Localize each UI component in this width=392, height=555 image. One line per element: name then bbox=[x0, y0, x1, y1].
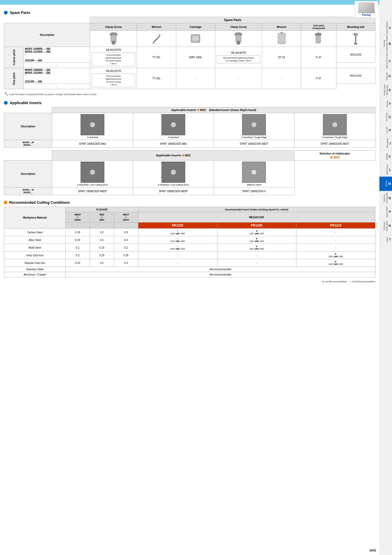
sidebar-nav: Insert Grades A TurningIndexable Inserts… bbox=[379, 21, 392, 555]
msrs-label-1: MSRS…MMSRS… bbox=[4, 140, 52, 148]
sidebar-label-l: Solid Tools bbox=[386, 165, 389, 175]
desc-label-2: Description bbox=[4, 161, 52, 187]
coarse-wrench: TT-25L bbox=[137, 47, 176, 68]
col-clamp-screw2: Clamp Screw bbox=[215, 23, 262, 31]
nodular-nb2p: 0.15 bbox=[66, 259, 90, 267]
fine-mounting-bolt2: - bbox=[24, 84, 90, 89]
sidebar-letter-k: K bbox=[389, 155, 391, 158]
grades-label: Recommended Insert Grades (Cutting Speed… bbox=[138, 207, 375, 212]
sidebar-label-c: CBN & PCD Tool bbox=[386, 53, 388, 69]
insert-2notched: 2-Notched bbox=[52, 113, 133, 140]
row-alloy-steel: Alloy Steel 0.15 0.2 0.3 ☆120~180~250 ★1… bbox=[4, 236, 375, 244]
svg-rect-20 bbox=[354, 33, 358, 35]
chipbreaker-cell: Selection of chipbreaker ⊕ M43 bbox=[295, 151, 375, 161]
sidebar-item-n[interactable]: Tools forTurning Mill N bbox=[379, 191, 392, 206]
sidebar-item-t[interactable]: Index T bbox=[379, 233, 392, 247]
fine-clamp-screw: SB-60120TR Recommendedtightening torquef… bbox=[90, 68, 137, 89]
spare-parts-title: Spare Parts bbox=[10, 11, 30, 15]
svg-marker-6 bbox=[152, 42, 154, 44]
alloy-pr1225: ☆120~180~250 bbox=[138, 236, 217, 244]
material-nodular-cast-iron: Nodular Cast Iron bbox=[4, 259, 66, 267]
sidebar-item-p[interactable]: Spare Parts P bbox=[379, 206, 392, 219]
insert-4notched-label: 4-Notched / Low cutting force bbox=[54, 184, 131, 186]
col-cartridge: Cartridge bbox=[176, 23, 215, 31]
sidebar-item-c[interactable]: CBN & PCD Tool C bbox=[379, 52, 392, 70]
insert-2notched-tough: 2-Notched / Tough Edge bbox=[214, 113, 295, 140]
svg-point-22 bbox=[354, 43, 357, 45]
col-anti-seize: Anti-seizeCompound bbox=[301, 23, 336, 31]
sidebar-letter-d: D bbox=[389, 74, 391, 78]
applicable-inserts-header: Applicable Inserts ⊕ M23 (Handed Insert … bbox=[52, 107, 375, 113]
carbon-pr1225: ☆120~180~250 bbox=[138, 229, 217, 236]
gray-pr1225: - bbox=[138, 252, 217, 259]
coarse-anti-seize: P-37 bbox=[301, 47, 336, 68]
coarse-pitch-label: Coarse pitch bbox=[4, 47, 24, 68]
coarse-model-1: MSRS 15080R-○○(M)MSRS 15100R-○○(M)↑15315… bbox=[24, 47, 90, 63]
sidebar-item-k[interactable]: Drilling K bbox=[379, 150, 392, 163]
svg-rect-18 bbox=[315, 33, 321, 35]
insert-3notched-tough: 3-Notched / Tough Edge bbox=[295, 113, 375, 140]
coarse-clamp-screw: SB-60120TR Recommendedtightening torquef… bbox=[90, 47, 137, 68]
sidebar-letter-j: J bbox=[389, 142, 391, 145]
coarse-mounting-bolt1: HH12X35 bbox=[336, 47, 375, 63]
part-without-notch: SPMT 1806EDER-V bbox=[214, 187, 295, 195]
sidebar-item-r[interactable]: TechnicalInformation R bbox=[379, 219, 392, 233]
sidebar-item-l[interactable]: Solid Tools L bbox=[379, 163, 392, 177]
row-gray-cast-iron: Gray Cast Iron 0.2 0.25 0.35 - - ★120~18… bbox=[4, 252, 375, 259]
sidebar-item-m[interactable]: Milling M bbox=[379, 177, 392, 191]
col-mounting-bolt: Mounting bolt bbox=[336, 23, 375, 31]
svg-marker-16 bbox=[280, 32, 284, 33]
sidebar-label-g: Grooving bbox=[385, 113, 388, 121]
sidebar-letter-r: R bbox=[389, 224, 391, 228]
fz-label: fz (mm/t) bbox=[66, 207, 138, 212]
mold-pr1225: ☆100~160~220 bbox=[138, 244, 217, 252]
spare-parts-table: Spare Parts Description Clamp Screw Wren… bbox=[4, 17, 375, 89]
alloy-pr1230: ★120~180~220 bbox=[217, 236, 296, 244]
sidebar-label-d: External bbox=[386, 73, 388, 80]
sidebar-item-h[interactable]: Cut-off H bbox=[379, 124, 392, 137]
icon-clamp-screw bbox=[90, 31, 137, 47]
fine-cartridge: - bbox=[176, 68, 215, 89]
sidebar-letter-b: B bbox=[389, 42, 391, 46]
sidebar-item-f[interactable]: Boring F bbox=[379, 98, 392, 111]
coarse-clamp-screw2: SB-40140TR Recommended tightening torque… bbox=[215, 47, 262, 68]
sidebar-item-b[interactable]: TurningIndexable Inserts B bbox=[379, 35, 392, 52]
fine-clamp-screw2: - bbox=[215, 68, 262, 89]
insert-5notched: 5-Notched / Low cutting force bbox=[133, 161, 214, 187]
sidebar-label-j: Threading bbox=[386, 139, 389, 148]
sidebar-item-a[interactable]: Insert Grades A bbox=[379, 21, 392, 35]
insert-without-notch: Without notch bbox=[214, 161, 295, 187]
svg-rect-3 bbox=[110, 33, 117, 35]
coarse-torque2: Recommended tightening torquefor Cartrid… bbox=[217, 55, 260, 63]
col-nb2: NB2+NB3 bbox=[90, 212, 114, 223]
col-nb2t: NB2T+NB3T bbox=[114, 212, 138, 223]
sidebar-label-p: Spare Parts bbox=[386, 206, 388, 218]
svg-line-4 bbox=[153, 36, 160, 42]
icon-anti-seize bbox=[301, 31, 336, 47]
material-stainless-steel: Stainless Steel bbox=[4, 267, 66, 272]
sidebar-item-g[interactable]: Grooving G bbox=[379, 111, 392, 124]
cutting-conditions-title: Recommended Cutting Conditions bbox=[9, 200, 70, 205]
fine-anti-seize: P-37 bbox=[301, 68, 336, 89]
mold-pr1230: ★100~160~200 bbox=[217, 244, 296, 252]
sidebar-letter-t: T bbox=[389, 238, 391, 242]
col-wrench2: Wrench bbox=[262, 23, 301, 31]
fine-pitch-label: Fine pitch bbox=[4, 68, 24, 89]
gray-pr1230: - bbox=[217, 252, 296, 259]
icon-clamp-screw2 bbox=[215, 31, 262, 47]
page-number: M45 bbox=[370, 548, 376, 552]
sidebar-label-b: TurningIndexable Inserts bbox=[383, 36, 388, 52]
sidebar-item-j[interactable]: Threading J bbox=[379, 137, 392, 150]
sidebar-label-r: TechnicalInformation bbox=[383, 221, 388, 231]
sidebar-item-e[interactable]: Small PartsMachining E bbox=[379, 83, 392, 98]
insert-without-notch-label: Without notch bbox=[215, 184, 293, 186]
svg-rect-1 bbox=[111, 34, 116, 42]
sidebar-item-d[interactable]: External D bbox=[379, 70, 392, 83]
facing-label: Facing bbox=[356, 13, 377, 16]
sidebar-letter-c: C bbox=[389, 59, 391, 63]
workpiece-material-label: Workpiece Material bbox=[4, 207, 66, 229]
sidebar-letter-a: A bbox=[389, 26, 391, 30]
coarse-mounting-bolt2: - bbox=[24, 63, 90, 68]
sidebar-letter-g: G bbox=[389, 115, 391, 119]
mold-pr1210: - bbox=[296, 244, 375, 252]
